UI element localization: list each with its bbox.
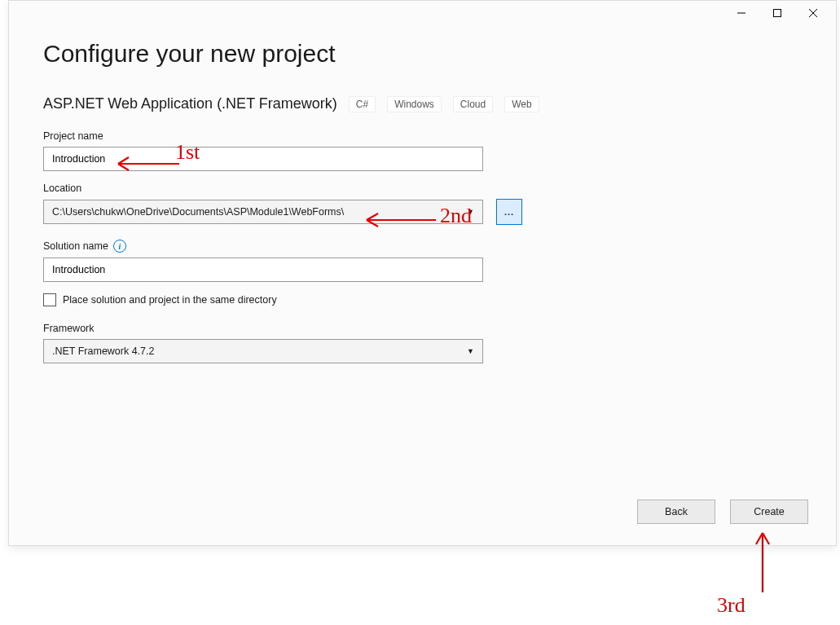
- create-button[interactable]: Create: [730, 500, 808, 524]
- tag-web: Web: [504, 96, 539, 112]
- location-combo[interactable]: C:\Users\chukw\OneDrive\Documents\ASP\Mo…: [43, 200, 483, 224]
- back-button[interactable]: Back: [637, 500, 715, 524]
- browse-button[interactable]: ...: [496, 199, 522, 225]
- project-name-label: Project name: [43, 130, 802, 142]
- framework-combo[interactable]: .NET Framework 4.7.2 ▼: [43, 339, 483, 363]
- svg-rect-1: [774, 10, 781, 17]
- framework-label: Framework: [43, 323, 802, 334]
- titlebar: [9, 1, 836, 25]
- chevron-down-icon: ▼: [467, 347, 474, 355]
- template-subheading: ASP.NET Web Application (.NET Framework): [43, 95, 337, 112]
- tag-csharp: C#: [349, 96, 376, 112]
- location-label: Location: [43, 183, 802, 194]
- annotation-text-3: 3rd: [717, 593, 745, 618]
- project-name-input[interactable]: [43, 147, 483, 171]
- dialog-content: Configure your new project ASP.NET Web A…: [9, 25, 836, 363]
- info-icon[interactable]: i: [113, 240, 126, 253]
- solution-name-input[interactable]: [43, 257, 483, 282]
- location-value: C:\Users\chukw\OneDrive\Documents\ASP\Mo…: [52, 206, 344, 218]
- dialog-title: Configure your new project: [43, 40, 802, 68]
- dialog-window: Configure your new project ASP.NET Web A…: [8, 0, 837, 546]
- solution-name-label: Solution name: [43, 240, 108, 252]
- tag-windows: Windows: [387, 96, 442, 112]
- close-button[interactable]: [795, 2, 831, 24]
- tag-cloud: Cloud: [453, 96, 493, 112]
- maximize-button[interactable]: [759, 2, 795, 24]
- same-directory-checkbox[interactable]: [43, 293, 56, 306]
- framework-value: .NET Framework 4.7.2: [52, 346, 155, 357]
- same-directory-label: Place solution and project in the same d…: [63, 294, 277, 306]
- chevron-down-icon: ▼: [467, 208, 474, 216]
- minimize-button[interactable]: [723, 2, 759, 24]
